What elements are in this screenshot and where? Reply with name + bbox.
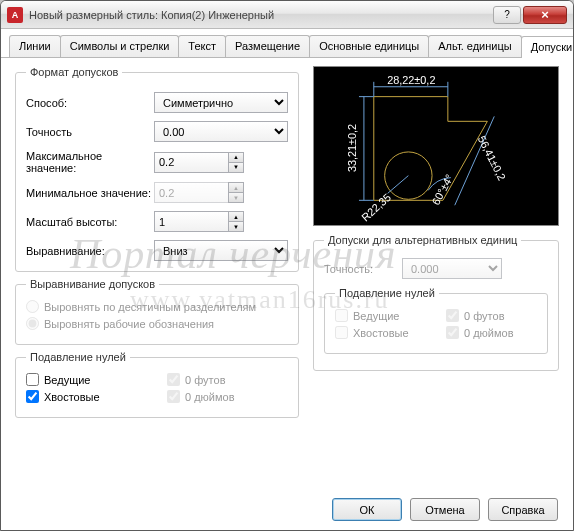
inches-label: 0 дюймов: [185, 391, 235, 403]
scale-down[interactable]: ▼: [228, 221, 244, 232]
dim-ang: 60°±4°: [429, 172, 455, 207]
feet-label: 0 футов: [185, 374, 225, 386]
tab-text[interactable]: Текст: [178, 35, 226, 57]
footer: ОК Отмена Справка: [332, 498, 558, 521]
dim-diag: 56,41±0,2: [476, 134, 509, 182]
svg-line-8: [388, 176, 409, 194]
align-operational-radio: [26, 317, 39, 330]
align-label: Выравнивание:: [26, 245, 154, 257]
max-up[interactable]: ▲: [228, 152, 244, 162]
alt-feet-check: [446, 309, 459, 322]
alt-precision-label: Точность:: [324, 263, 394, 275]
inches-check: [167, 390, 180, 403]
tab-fit[interactable]: Размещение: [225, 35, 310, 57]
tab-primary[interactable]: Основные единицы: [309, 35, 429, 57]
scale-input[interactable]: [154, 211, 228, 232]
align-decimals-radio: [26, 300, 39, 313]
tol-align-legend: Выравнивание допусков: [26, 278, 159, 290]
tol-align-group: Выравнивание допусков Выровнять по десят…: [15, 278, 299, 345]
alt-precision-select: 0.000: [402, 258, 502, 279]
zero-left-legend: Подавление нулей: [26, 351, 130, 363]
tabs: Линии Символы и стрелки Текст Размещение…: [1, 29, 573, 58]
method-label: Способ:: [26, 97, 154, 109]
tab-alt[interactable]: Альт. единицы: [428, 35, 521, 57]
trailing-label: Хвостовые: [44, 391, 100, 403]
max-label: Максимальное значение:: [26, 150, 154, 174]
trailing-check[interactable]: [26, 390, 39, 403]
leading-label: Ведущие: [44, 374, 90, 386]
zero-right-group: Подавление нулей Ведущие Хвостовые 0 фут…: [324, 287, 548, 354]
precision-select[interactable]: 0.00: [154, 121, 288, 142]
alt-trailing-check: [335, 326, 348, 339]
min-down: ▼: [228, 192, 244, 203]
alt-legend: Допуски для альтернативных единиц: [324, 234, 521, 246]
alt-leading-label: Ведущие: [353, 310, 399, 322]
app-icon: A: [7, 7, 23, 23]
tab-lines[interactable]: Линии: [9, 35, 61, 57]
align-select[interactable]: Вниз: [154, 240, 288, 261]
alt-group: Допуски для альтернативных единиц Точнос…: [313, 234, 559, 371]
format-group: Формат допусков Способ: Симметрично Точн…: [15, 66, 299, 272]
preview-pane: 28,22±0,2 33,21±0,2 56,41±0,2 R22,35 60°…: [313, 66, 559, 226]
feet-check: [167, 373, 180, 386]
zero-left-group: Подавление нулей Ведущие Хвостовые 0 фут…: [15, 351, 299, 418]
cancel-button[interactable]: Отмена: [410, 498, 480, 521]
alt-leading-check: [335, 309, 348, 322]
min-input: [154, 182, 228, 203]
close-button[interactable]: ×: [523, 6, 567, 24]
window-title: Новый размерный стиль: Копия(2) Инженерн…: [29, 9, 491, 21]
help-button-footer[interactable]: Справка: [488, 498, 558, 521]
method-select[interactable]: Симметрично: [154, 92, 288, 113]
alt-trailing-label: Хвостовые: [353, 327, 409, 339]
precision-label: Точность: [26, 126, 154, 138]
dim-left: 33,21±0,2: [346, 124, 358, 172]
align-operational-label: Выровнять рабочие обозначения: [44, 318, 214, 330]
min-up: ▲: [228, 182, 244, 192]
help-button[interactable]: ?: [493, 6, 521, 24]
alt-feet-label: 0 футов: [464, 310, 504, 322]
alt-inches-label: 0 дюймов: [464, 327, 514, 339]
ok-button[interactable]: ОК: [332, 498, 402, 521]
titlebar: A Новый размерный стиль: Копия(2) Инжене…: [1, 1, 573, 29]
alt-inches-check: [446, 326, 459, 339]
max-input[interactable]: [154, 152, 228, 173]
dim-top: 28,22±0,2: [387, 74, 435, 86]
scale-up[interactable]: ▲: [228, 211, 244, 221]
format-legend: Формат допусков: [26, 66, 122, 78]
tab-tolerances[interactable]: Допуски: [521, 36, 574, 58]
min-label: Минимальное значение:: [26, 187, 154, 199]
scale-label: Масштаб высоты:: [26, 216, 154, 228]
leading-check[interactable]: [26, 373, 39, 386]
max-down[interactable]: ▼: [228, 162, 244, 173]
zero-right-legend: Подавление нулей: [335, 287, 439, 299]
align-decimals-label: Выровнять по десятичным разделителям: [44, 301, 256, 313]
tab-symbols[interactable]: Символы и стрелки: [60, 35, 180, 57]
